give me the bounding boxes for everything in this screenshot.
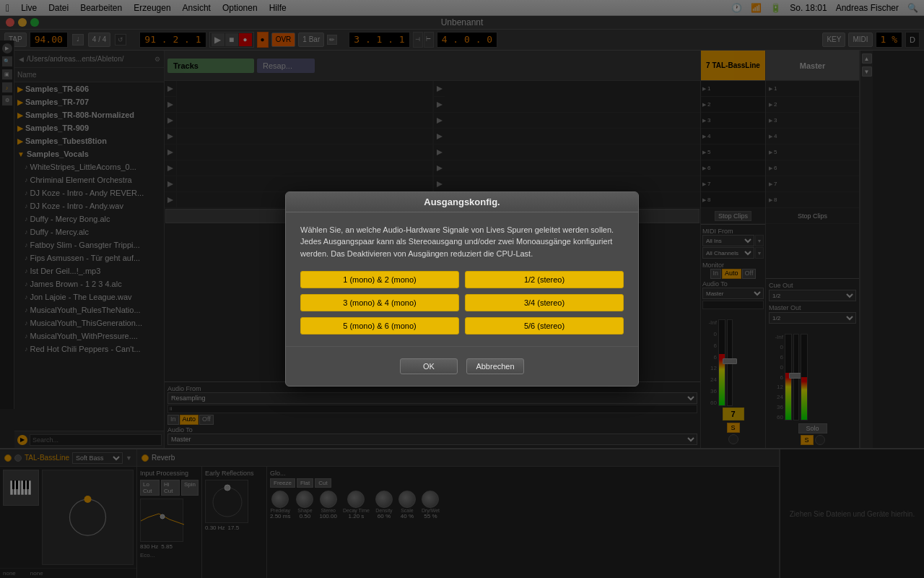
output-stereo-1-2-btn[interactable]: 1/2 (stereo) [465,271,624,288]
modal-titlebar: Ausgangskonfig. [286,192,638,212]
modal-overlay: Ausgangskonfig. Wählen Sie, an welche Au… [0,0,924,578]
output-row-2: 3 (mono) & 4 (mono) 3/4 (stereo) [300,294,624,311]
modal-footer: OK Abbrechen [286,346,638,386]
modal-body: Wählen Sie, an welche Audio-Hardware Sig… [286,212,638,347]
cancel-button[interactable]: Abbrechen [466,358,524,374]
ok-button[interactable]: OK [400,358,458,374]
output-row-1: 1 (mono) & 2 (mono) 1/2 (stereo) [300,271,624,288]
output-mono-3-4-btn[interactable]: 3 (mono) & 4 (mono) [300,294,459,311]
modal-title: Ausgangskonfig. [424,197,500,207]
output-mono-1-2-btn[interactable]: 1 (mono) & 2 (mono) [300,271,459,288]
output-stereo-3-4-btn[interactable]: 3/4 (stereo) [465,294,624,311]
ausgangskonfig-modal: Ausgangskonfig. Wählen Sie, an welche Au… [285,191,639,387]
modal-description: Wählen Sie, an welche Audio-Hardware Sig… [300,224,624,260]
output-row-3: 5 (mono) & 6 (mono) 5/6 (stereo) [300,317,624,335]
output-stereo-5-6-btn[interactable]: 5/6 (stereo) [465,317,624,335]
output-grid: 1 (mono) & 2 (mono) 1/2 (stereo) 3 (mono… [300,271,624,335]
output-mono-5-6-btn[interactable]: 5 (mono) & 6 (mono) [300,317,459,335]
